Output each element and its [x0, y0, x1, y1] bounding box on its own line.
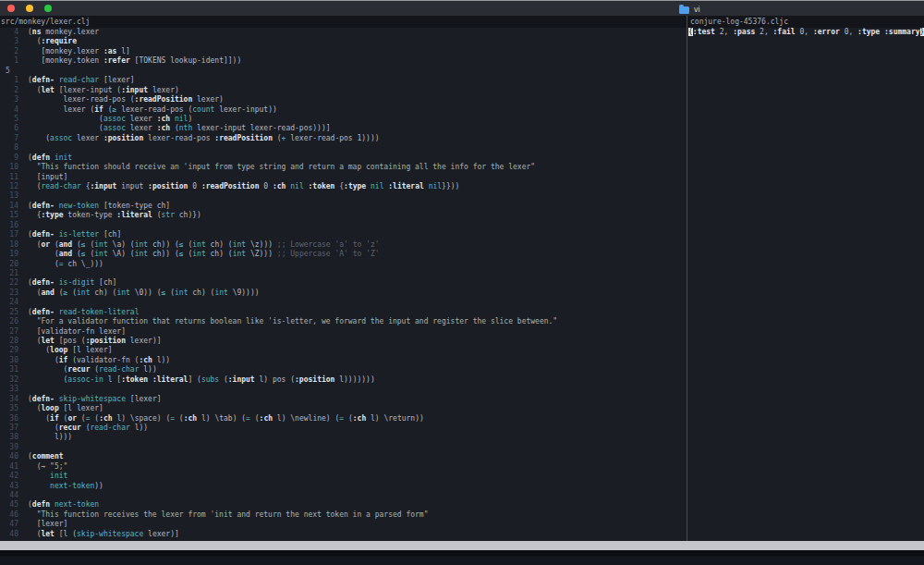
statusline: conjure-log-45376.cljc [clojure_lsp] E: … — [0, 541, 924, 550]
code-line[interactable]: 20 (= ch \_))) — [0, 260, 687, 269]
code-line[interactable]: 31 (recur (read-char l)) — [0, 365, 687, 375]
code-line[interactable]: 43 next-token)) — [0, 482, 687, 491]
code-line[interactable]: 40(comment — [0, 452, 687, 461]
code-line[interactable]: 5 — [0, 67, 687, 76]
code-line[interactable]: 24 — [0, 298, 687, 307]
code-line[interactable]: 22(defn- is-digit [ch] — [0, 278, 687, 288]
line-number: 12 — [0, 182, 18, 191]
conjure-log-line: {:test 2, :pass 2, :fail 0, :error 0, :t… — [688, 28, 924, 37]
current-line-number: 5 — [0, 67, 13, 76]
line-number: 43 — [0, 482, 18, 491]
code-line[interactable]: 18 (or (and (≤ (int \a) (int ch)) (≤ (in… — [0, 240, 687, 250]
line-number: 33 — [0, 385, 18, 394]
code-line[interactable]: 13 — [0, 191, 687, 201]
code-line[interactable]: 5 (assoc lexer :ch nil) — [0, 115, 687, 124]
code-line[interactable]: 8 — [0, 143, 687, 153]
code-line[interactable]: 6 (assoc lexer :ch (nth lexer-input lexe… — [0, 124, 687, 133]
line-number: 11 — [0, 173, 18, 182]
code-line[interactable]: 32 (assoc-in l [:token :literal] (subs (… — [0, 375, 687, 385]
close-button[interactable] — [7, 5, 15, 12]
code-line[interactable]: 16 — [0, 221, 687, 230]
line-number: 9 — [0, 154, 18, 163]
code-line[interactable]: 44 — [0, 491, 687, 500]
line-number: 14 — [0, 202, 18, 211]
code-line[interactable]: 33 — [0, 385, 687, 394]
code-line[interactable]: 12 (read-char {:input input :position 0 … — [0, 182, 687, 191]
code-line[interactable]: 14(defn- new-token [token-type ch] — [0, 202, 687, 211]
line-number: 10 — [0, 163, 18, 172]
window-title-group: vi — [679, 4, 700, 15]
code-line[interactable]: 28 (let [pos (:position lexer)] — [0, 337, 687, 346]
vertical-split-separator[interactable] — [687, 16, 687, 541]
line-number: 27 — [0, 327, 18, 337]
minimize-button[interactable] — [26, 5, 33, 12]
code-line[interactable]: 42 init — [0, 472, 687, 481]
code-line[interactable]: 1 [monkey.token :refer [TOKENS lookup-id… — [0, 56, 687, 66]
code-line[interactable]: 4 lexer (if (≥ lexer-read-pos (count lex… — [0, 105, 687, 115]
code-line[interactable]: 47 [lexer] — [0, 520, 687, 529]
line-number: 42 — [0, 472, 18, 481]
line-number: 29 — [0, 346, 18, 355]
folder-icon — [679, 6, 689, 14]
line-number: 26 — [0, 317, 18, 326]
code-line[interactable]: 1(defn- read-char [lexer] — [0, 76, 687, 85]
line-number: 15 — [0, 211, 18, 220]
code-line[interactable]: 10 "This function should receive an 'inp… — [0, 163, 687, 172]
line-number: 40 — [0, 452, 18, 461]
code-line[interactable]: 39 — [0, 443, 687, 452]
line-number: 34 — [0, 395, 18, 404]
traffic-lights — [7, 5, 52, 12]
code-line[interactable]: 27 [validator-fn lexer] — [0, 327, 687, 337]
code-line[interactable]: 29 (loop [l lexer] — [0, 346, 687, 355]
line-number: 1 — [0, 56, 18, 66]
winbar-row: src/monkey/lexer.clj conjure-log-45376.c… — [0, 16, 924, 28]
line-number: 21 — [0, 269, 18, 278]
code-line[interactable]: 46 "This function receives the lexer fro… — [0, 510, 687, 520]
code-line[interactable]: 25(defn- read-token-literal — [0, 308, 687, 317]
code-line[interactable]: 30 (if (validator-fn (:ch l)) — [0, 356, 687, 365]
code-line[interactable]: 41 (→ "5;" — [0, 462, 687, 472]
line-number: 30 — [0, 356, 18, 365]
code-editor[interactable]: 4(ns monkey.lexer3 (:require2 [monkey.le… — [0, 28, 687, 541]
line-number: 41 — [0, 462, 18, 472]
code-line[interactable]: 11 [input] — [0, 173, 687, 182]
code-line[interactable]: 17(defn- is-letter [ch] — [0, 230, 687, 240]
code-line[interactable]: 3 (:require — [0, 37, 687, 46]
line-number: 44 — [0, 491, 18, 500]
code-line[interactable]: 37 (recur (read-char l)) — [0, 424, 687, 433]
zoom-button[interactable] — [44, 5, 52, 12]
code-line[interactable]: 38 l))) — [0, 433, 687, 442]
code-line[interactable]: 3 lexer-read-pos (:readPosition lexer) — [0, 95, 687, 104]
code-line[interactable]: 19 (and (≤ (int \A) (int ch)) (≤ (int ch… — [0, 250, 687, 259]
code-line[interactable]: 7 (assoc lexer :position lexer-read-pos … — [0, 134, 687, 143]
line-number: 7 — [0, 134, 18, 143]
line-number: 31 — [0, 365, 18, 375]
line-number: 39 — [0, 443, 18, 452]
code-line[interactable]: 26 "For a validator function that return… — [0, 317, 687, 326]
conjure-log-pane[interactable]: {:test 2, :pass 2, :fail 0, :error 0, :t… — [688, 28, 924, 541]
code-line[interactable]: 2 (let [lexer-input (:input lexer) — [0, 86, 687, 95]
line-number: 17 — [0, 230, 18, 240]
terminal-window: vi src/monkey/lexer.clj conjure-log-4537… — [0, 0, 924, 565]
line-number: 38 — [0, 433, 18, 442]
code-line[interactable]: 36 (if (or (= (:ch l) \space) (= (:ch l)… — [0, 414, 687, 424]
code-line[interactable]: 48 (let [l (skip-whitespace lexer)] — [0, 530, 687, 539]
line-number: 13 — [0, 191, 18, 201]
line-number: 48 — [0, 530, 18, 539]
line-number: 4 — [0, 28, 18, 37]
line-number: 22 — [0, 278, 18, 288]
code-line[interactable]: 34(defn- skip-whitespace [lexer] — [0, 395, 687, 404]
line-number: 16 — [0, 221, 18, 230]
code-line[interactable]: 35 (loop [l lexer] — [0, 404, 687, 413]
line-number: 20 — [0, 260, 18, 269]
line-number: 19 — [0, 250, 18, 259]
code-line[interactable]: 15 {:type token-type :literal (str ch)}) — [0, 211, 687, 220]
code-line[interactable]: 21 — [0, 269, 687, 278]
line-number: 8 — [0, 143, 18, 153]
window-bottom-edge — [0, 556, 924, 565]
code-line[interactable]: 45(defn next-token — [0, 500, 687, 510]
code-line[interactable]: 9(defn init — [0, 154, 687, 163]
code-line[interactable]: 2 [monkey.lexer :as l] — [0, 47, 687, 56]
code-line[interactable]: 23 (and (≥ (int ch) (int \0)) (≤ (int ch… — [0, 289, 687, 298]
code-line[interactable]: 4(ns monkey.lexer — [0, 28, 687, 37]
